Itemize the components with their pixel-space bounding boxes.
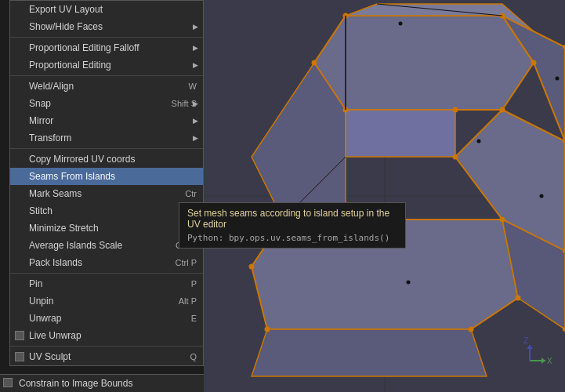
menu-shortcut-mark-seams: Ctr	[185, 189, 197, 198]
svg-point-66	[265, 327, 270, 332]
menu-item-export-uv-layout[interactable]: Export UV Layout	[10, 1, 203, 18]
svg-point-61	[453, 154, 458, 160]
checkbox-uv-sculpt	[15, 352, 24, 361]
svg-marker-53	[252, 329, 487, 376]
bottom-bar: Constrain to Image Bounds	[0, 374, 204, 392]
menu-item-pin[interactable]: PinP	[10, 275, 203, 292]
menu-label-proportional-editing: Proportional Editing	[29, 60, 111, 71]
svg-point-62	[500, 217, 505, 223]
menu-label-mark-seams: Mark Seams	[29, 188, 81, 199]
check-icon	[3, 378, 13, 387]
menu-item-pack-islands[interactable]: Pack IslandsCtrl P	[10, 254, 203, 271]
svg-point-60	[453, 107, 458, 113]
menu-label-average-islands-scale: Average Islands Scale	[29, 240, 122, 251]
menu-item-uv-sculpt[interactable]: UV SculptQ	[10, 348, 203, 365]
svg-point-64	[516, 296, 521, 301]
viewport-3d: X Z	[205, 0, 565, 392]
menu-item-minimize-stretch[interactable]: Minimize StretchCtr	[10, 220, 203, 237]
menu-label-pack-islands: Pack Islands	[29, 257, 82, 268]
menu-label-seams-from-islands: Seams From Islands	[29, 171, 115, 182]
menu-label-stitch: Stitch	[29, 205, 53, 216]
menu-label-unpin: Unpin	[29, 296, 53, 307]
svg-text:X: X	[547, 357, 552, 365]
svg-marker-50	[346, 110, 455, 157]
menu-label-mirror: Mirror	[29, 115, 53, 126]
menu-shortcut-pack-islands: Ctrl P	[176, 258, 197, 267]
menu-shortcut-unpin: Alt P	[179, 296, 197, 306]
svg-point-57	[500, 107, 505, 113]
tooltip-title: Set mesh seams according to island setup…	[187, 208, 397, 230]
checkbox-live-unwrap	[15, 331, 24, 340]
menu-label-copy-mirrored: Copy Mirrored UV coords	[29, 154, 135, 165]
menu-label-show-hide-faces: Show/Hide Faces	[29, 21, 103, 32]
constrain-label: Constrain to Image Bounds	[19, 378, 132, 389]
menu-label-live-unwrap: Live Unwrap	[29, 330, 81, 341]
menu-label-uv-sculpt: UV Sculpt	[29, 351, 71, 362]
menu-item-snap[interactable]: SnapShift S	[10, 95, 203, 112]
menu-item-unpin[interactable]: UnpinAlt P	[10, 292, 203, 310]
tooltip: Set mesh seams according to island setup…	[179, 202, 406, 249]
check-area-live-unwrap	[13, 331, 26, 340]
menu-item-average-islands-scale[interactable]: Average Islands ScaleCtrl A	[10, 237, 203, 254]
svg-point-67	[249, 264, 255, 270]
menu-item-seams-from-islands[interactable]: Seams From Islands	[10, 168, 203, 185]
svg-text:Z: Z	[523, 336, 528, 345]
menu-item-proportional-editing-falloff[interactable]: Proportional Editing Falloff	[10, 39, 203, 56]
svg-marker-45	[314, 16, 534, 110]
menu-shortcut-snap: Shift S	[172, 99, 197, 108]
svg-point-77	[540, 194, 544, 198]
menu-label-export-uv-layout: Export UV Layout	[29, 4, 103, 15]
menu-separator	[10, 346, 203, 347]
menu-label-proportional-editing-falloff: Proportional Editing Falloff	[29, 42, 139, 53]
svg-point-75	[399, 22, 403, 26]
menu-item-copy-mirrored[interactable]: Copy Mirrored UV coords	[10, 151, 203, 168]
menu-label-pin: Pin	[29, 278, 42, 289]
menu-shortcut-unwrap: E	[191, 314, 197, 323]
menu-item-live-unwrap[interactable]: Live Unwrap	[10, 327, 203, 344]
menu-shortcut-pin: P	[191, 279, 197, 289]
svg-point-79	[407, 281, 411, 285]
context-menu: Export UV LayoutShow/Hide FacesProportio…	[9, 0, 204, 366]
svg-point-78	[477, 140, 481, 143]
svg-point-59	[312, 60, 317, 66]
menu-separator	[10, 37, 203, 38]
menu-item-proportional-editing[interactable]: Proportional Editing	[10, 56, 203, 74]
check-area-uv-sculpt	[13, 352, 26, 361]
menu-shortcut-uv-sculpt: Q	[190, 352, 197, 361]
menu-label-weld-align: Weld/Align	[29, 81, 74, 92]
constrain-checkbox[interactable]	[3, 378, 16, 390]
menu-item-mark-seams[interactable]: Mark SeamsCtr	[10, 185, 203, 202]
menu-item-stitch[interactable]: Stitch	[10, 202, 203, 220]
tooltip-python: Python: bpy.ops.uv.seams_from_islands()	[187, 233, 397, 243]
menu-label-transform: Transform	[29, 132, 71, 143]
svg-point-65	[469, 327, 474, 332]
menu-label-minimize-stretch: Minimize Stretch	[29, 223, 99, 234]
menu-item-unwrap[interactable]: UnwrapE	[10, 310, 203, 327]
menu-label-snap: Snap	[29, 98, 51, 109]
svg-point-56	[531, 60, 537, 66]
menu-item-show-hide-faces[interactable]: Show/Hide Faces	[10, 18, 203, 35]
menu-label-unwrap: Unwrap	[29, 313, 61, 324]
menu-separator	[10, 75, 203, 76]
menu-separator	[10, 273, 203, 274]
menu-item-transform[interactable]: Transform	[10, 129, 203, 147]
menu-shortcut-weld-align: W	[189, 82, 197, 91]
constrain-to-image-bounds[interactable]: Constrain to Image Bounds	[0, 375, 204, 392]
menu-item-mirror[interactable]: Mirror	[10, 112, 203, 129]
svg-point-76	[556, 77, 560, 81]
menu-separator	[10, 148, 203, 149]
menu-item-weld-align[interactable]: Weld/AlignW	[10, 78, 203, 95]
